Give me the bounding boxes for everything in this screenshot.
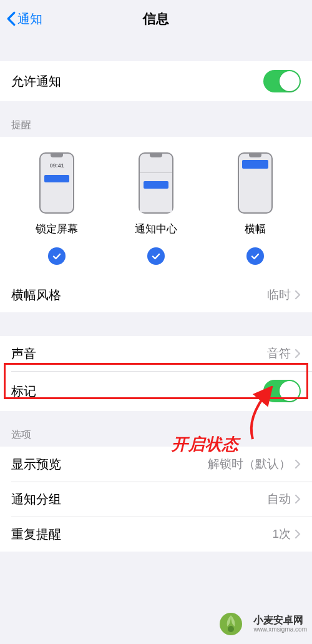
show-previews-value: 解锁时（默认） xyxy=(208,456,291,472)
show-previews-row[interactable]: 显示预览 解锁时（默认） xyxy=(0,447,312,482)
notification-center-icon xyxy=(139,152,173,214)
show-previews-label: 显示预览 xyxy=(11,456,61,473)
alerts-header: 提醒 xyxy=(0,101,312,137)
back-button[interactable]: 通知 xyxy=(0,11,42,27)
alert-center-check[interactable] xyxy=(147,247,165,265)
watermark-url: www.xmsigma.com xyxy=(253,626,307,633)
grouping-row[interactable]: 通知分组 自动 xyxy=(0,482,312,517)
chevron-right-icon xyxy=(295,529,301,539)
svg-point-1 xyxy=(228,626,234,632)
alert-option-banner[interactable]: 横幅 xyxy=(206,152,304,265)
banner-style-row[interactable]: 横幅风格 临时 xyxy=(0,277,312,312)
check-icon xyxy=(151,251,161,261)
repeat-label: 重复提醒 xyxy=(11,526,61,543)
allow-notifications-toggle[interactable] xyxy=(263,70,301,92)
lock-screen-icon: 09:41 xyxy=(39,152,74,214)
alert-lock-check[interactable] xyxy=(48,247,66,265)
grouping-value: 自动 xyxy=(267,491,291,507)
options-group: 显示预览 解锁时（默认） 通知分组 自动 重复提醒 1次 xyxy=(0,447,312,552)
alert-banner-label: 横幅 xyxy=(245,222,266,236)
check-icon xyxy=(52,251,62,261)
watermark-name: 小麦安卓网 xyxy=(253,615,307,626)
badges-toggle[interactable] xyxy=(263,380,301,402)
alert-banner-check[interactable] xyxy=(246,247,264,265)
allow-notifications-row: 允许通知 xyxy=(0,61,312,101)
lock-time: 09:41 xyxy=(41,162,73,169)
alert-center-label: 通知中心 xyxy=(135,222,177,236)
chevron-right-icon xyxy=(295,349,301,359)
allow-group: 允许通知 xyxy=(0,61,312,101)
back-label: 通知 xyxy=(17,11,42,27)
alerts-row: 09:41 锁定屏幕 通知中心 横幅 xyxy=(0,137,312,277)
allow-notifications-label: 允许通知 xyxy=(11,73,61,90)
alerts-group: 09:41 锁定屏幕 通知中心 横幅 xyxy=(0,137,312,312)
watermark-logo-icon xyxy=(218,612,243,637)
sound-row[interactable]: 声音 音符 xyxy=(0,336,312,371)
repeat-row[interactable]: 重复提醒 1次 xyxy=(0,517,312,552)
repeat-value: 1次 xyxy=(272,526,291,542)
badges-label: 标记 xyxy=(11,383,36,400)
sound-badge-group: 声音 音符 标记 xyxy=(0,336,312,411)
grouping-label: 通知分组 xyxy=(11,491,61,508)
chevron-left-icon xyxy=(6,11,16,26)
banner-icon xyxy=(238,152,273,214)
chevron-right-icon xyxy=(295,290,301,300)
banner-style-label: 横幅风格 xyxy=(11,287,61,304)
check-icon xyxy=(250,251,260,261)
sound-value: 音符 xyxy=(267,345,291,362)
chevron-right-icon xyxy=(295,494,301,504)
chevron-right-icon xyxy=(295,459,301,469)
sound-label: 声音 xyxy=(11,345,36,362)
nav-bar: 通知 信息 xyxy=(0,0,312,37)
page-title: 信息 xyxy=(0,10,312,27)
options-header: 选项 xyxy=(0,411,312,447)
watermark-text: 小麦安卓网 www.xmsigma.com xyxy=(253,615,307,633)
alert-option-lock[interactable]: 09:41 锁定屏幕 xyxy=(8,152,106,265)
badges-row: 标记 xyxy=(0,371,312,411)
banner-style-value: 临时 xyxy=(267,287,291,303)
alert-option-center[interactable]: 通知中心 xyxy=(107,152,205,265)
alert-lock-label: 锁定屏幕 xyxy=(36,222,78,236)
